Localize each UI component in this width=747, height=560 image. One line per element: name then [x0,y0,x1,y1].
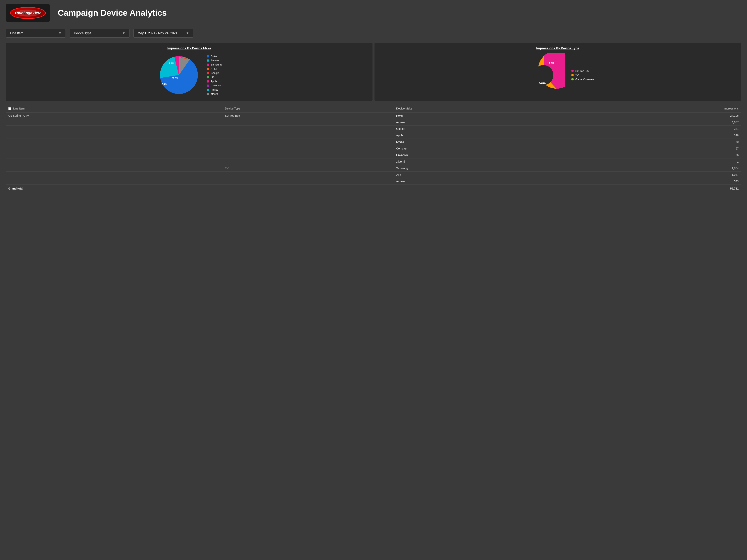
legend-label: Set Top Box [575,70,589,73]
cell-line-item [6,145,223,152]
cell-impressions: 24,106 [572,112,741,119]
svg-text:14.3%: 14.3% [547,62,554,65]
logo-oval: Your Logo Here [10,7,46,19]
cell-device-type [223,152,394,158]
legend-item: Set Top Box [571,70,594,73]
cell-device-type [223,171,394,178]
col-header-impressions: Impressions [572,105,741,112]
legend-item: Apple [207,80,222,83]
legend-label: others [211,92,218,95]
legend-label: Philips [211,88,218,91]
cell-device-type: TV [223,165,394,171]
cell-device-type [223,178,394,185]
cell-device-make: Google [394,126,572,132]
cell-line-item [6,139,223,145]
logo-text: Your Logo Here [15,11,41,15]
device-type-filter[interactable]: Device Type ▼ [70,29,129,37]
cell-line-item [6,126,223,132]
legend-label: LG [211,76,214,79]
cell-impressions: 26 [572,152,741,158]
legend-dot-icon [207,76,209,78]
line-item-filter[interactable]: Line Item ▼ [6,29,66,37]
cell-impressions: 573 [572,178,741,185]
legend-item: Google [207,72,222,75]
legend-item: AT&T [207,67,222,70]
cell-device-type [223,119,394,126]
table-row: Unknown 26 [6,152,741,158]
cell-impressions: 57 [572,145,741,152]
table-row: Nvidia 60 [6,139,741,145]
cell-device-make: Amazon [394,119,572,126]
date-range-filter[interactable]: May 1, 2021 - May 24, 2021 ▼ [133,29,193,37]
svg-text:7.2%: 7.2% [169,62,174,64]
charts-section: Impressions By Device Make [0,41,747,103]
cell-line-item [6,119,223,126]
col-header-line-item: Line Item [6,105,223,112]
cell-line-item: Q2 Spring - CTV [6,112,223,119]
legend-item: Unknown [207,84,222,87]
data-table: Line Item Device Type Device Make Impres… [6,105,741,192]
legend-label: Unknown [211,84,222,87]
cell-line-item [6,152,223,158]
table-row: Q2 Spring - CTV Set Top Box Roku 24,106 [6,112,741,119]
device-type-chart-inner: 84.8% 14.3% Set Top BoxTVGame Consoles [379,53,737,97]
cell-device-type [223,139,394,145]
table-row: Comcast 57 [6,145,741,152]
legend-label: Game Consoles [575,78,594,81]
cell-line-item [6,165,223,171]
legend-dot-icon [207,80,209,83]
table-row: Amazon 573 [6,178,741,185]
cell-device-make: Samsung [394,165,572,171]
page-title: Campaign Device Analytics [58,8,741,18]
cell-device-make: Nvidia [394,139,572,145]
cell-device-make: Xiaomi [394,158,572,165]
table-row: Apple 328 [6,132,741,139]
legend-item: Philips [207,88,222,91]
legend-item: Game Consoles [571,78,594,81]
cell-device-make: AT&T [394,171,572,178]
col-header-device-type: Device Type [223,105,394,112]
logo-container: Your Logo Here [6,4,50,22]
device-type-legend: Set Top BoxTVGame Consoles [571,70,594,81]
legend-dot-icon [207,63,209,66]
cell-impressions: 1,864 [572,165,741,171]
table-row: AT&T 1,037 [6,171,741,178]
device-make-legend: RokuAmazonSamsungAT&TGoogleLGAppleUnknow… [207,55,222,95]
legend-dot-icon [207,59,209,62]
device-type-arrow-icon: ▼ [122,31,125,35]
device-make-chart: Impressions By Device Make [6,43,372,101]
legend-dot-icon [207,93,209,95]
device-type-pie: 84.8% 14.3% [521,53,565,97]
cell-line-item [6,171,223,178]
header-checkbox[interactable] [8,107,11,110]
legend-dot-icon [571,74,574,76]
table-row: Google 381 [6,126,741,132]
cell-impressions: 60 [572,139,741,145]
svg-text:67.3%: 67.3% [172,77,178,79]
legend-label: Samsung [211,63,222,66]
cell-line-item [6,132,223,139]
cell-impressions: 4,687 [572,119,741,126]
table-row: Xiaomi 1 [6,158,741,165]
cell-device-make: Comcast [394,145,572,152]
legend-label: TV [575,74,579,77]
cell-line-item [6,158,223,165]
legend-dot-icon [207,68,209,70]
legend-label: Apple [211,80,217,83]
legend-label: Amazon [211,59,220,62]
data-table-section: Line Item Device Type Device Make Impres… [0,103,747,196]
table-row: Amazon 4,687 [6,119,741,126]
cell-device-type [223,126,394,132]
line-item-arrow-icon: ▼ [58,31,61,35]
legend-item: others [207,92,222,95]
cell-device-type: Set Top Box [223,112,394,119]
legend-item: TV [571,74,594,77]
cell-impressions: 1 [572,158,741,165]
legend-dot-icon [207,88,209,91]
grand-total-value: 59,761 [572,185,741,192]
svg-text:15.4%: 15.4% [160,83,167,85]
table-footer-row: Grand total 59,761 [6,185,741,192]
legend-dot-icon [207,55,209,57]
filters-bar: Line Item ▼ Device Type ▼ May 1, 2021 - … [0,26,747,41]
legend-dot-icon [207,84,209,87]
